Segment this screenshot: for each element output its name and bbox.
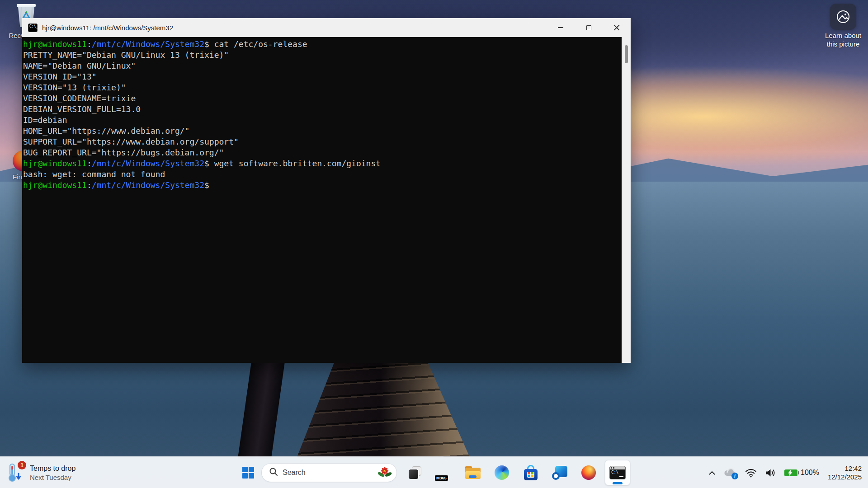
terminal-line: SUPPORT_URL="https://www.debian.org/supp… bbox=[23, 136, 621, 147]
terminal-line: hjr@windows11:/mnt/c/Windows/System32$ w… bbox=[23, 158, 621, 169]
taskbar-app-terminal-active[interactable]: C:\ bbox=[605, 460, 630, 485]
terminal-line: VERSION="13 (trixie)" bbox=[23, 82, 621, 93]
weather-badge: 1 bbox=[18, 461, 26, 469]
battery-percent: 100% bbox=[801, 469, 819, 477]
clock-date: 12/12/2025 bbox=[828, 473, 862, 481]
weather-headline: Temps to drop bbox=[30, 464, 75, 473]
tray-battery[interactable]: 100% bbox=[781, 463, 822, 483]
taskbar-app-task-view[interactable] bbox=[402, 460, 428, 485]
tray-volume[interactable] bbox=[762, 463, 779, 483]
taskbar-app-copilot-m365[interactable]: M365 bbox=[431, 460, 457, 485]
desktop-icon-learn-about-picture[interactable]: Learn about this picture bbox=[816, 4, 868, 48]
terminal-line: VERSION_CODENAME=trixie bbox=[23, 93, 621, 104]
wifi-icon bbox=[745, 468, 757, 478]
terminal-line: hjr@windows11:/mnt/c/Windows/System32$ bbox=[23, 180, 621, 191]
minimize-button[interactable] bbox=[547, 18, 575, 37]
search-icon bbox=[269, 467, 278, 478]
learn-about-label: Learn about this picture bbox=[825, 31, 861, 48]
terminal-line: DEBIAN_VERSION_FULL=13.0 bbox=[23, 104, 621, 115]
picture-icon bbox=[830, 4, 856, 30]
speaker-icon bbox=[765, 468, 776, 478]
search-input[interactable] bbox=[283, 469, 377, 477]
terminal-line: BUG_REPORT_URL="https://bugs.debian.org/… bbox=[23, 147, 621, 158]
terminal-scrollbar-thumb[interactable] bbox=[625, 45, 628, 63]
close-icon bbox=[613, 24, 620, 31]
taskbar-app-outlook[interactable] bbox=[547, 460, 572, 485]
tray-onedrive[interactable]: i bbox=[720, 463, 740, 483]
weather-widget[interactable]: 1 Temps to drop Next Tuesday bbox=[6, 457, 75, 488]
tray-wifi[interactable] bbox=[742, 463, 760, 483]
terminal-content[interactable]: hjr@windows11:/mnt/c/Windows/System32$ c… bbox=[22, 37, 631, 363]
weather-subtext: Next Tuesday bbox=[30, 473, 75, 482]
thermometer-icon: 1 bbox=[6, 463, 25, 483]
microsoft-store-icon bbox=[524, 465, 538, 480]
tray-clock[interactable]: 12:42 12/12/2025 bbox=[824, 464, 862, 481]
onedrive-info-badge: i bbox=[731, 473, 738, 479]
taskbar-app-edge[interactable] bbox=[489, 460, 514, 485]
outlook-icon bbox=[552, 466, 567, 480]
close-button[interactable] bbox=[603, 18, 631, 37]
file-explorer-icon bbox=[465, 466, 481, 479]
start-button[interactable] bbox=[238, 460, 259, 485]
terminal-line: bash: wget: command not found bbox=[23, 169, 621, 180]
edge-icon bbox=[495, 465, 509, 480]
poinsettia-icon bbox=[377, 465, 392, 480]
m365-badge: M365 bbox=[435, 475, 448, 481]
task-view-icon bbox=[409, 466, 421, 479]
window-title: hjr@windows11: /mnt/c/Windows/System32 bbox=[42, 24, 173, 32]
windows-logo-icon bbox=[242, 467, 254, 479]
terminal-line: PRETTY_NAME="Debian GNU/Linux 13 (trixie… bbox=[23, 50, 621, 61]
desktop: Recycle Bin Firefox Learn about this pic… bbox=[0, 0, 868, 488]
tray-chevron-up[interactable] bbox=[706, 463, 718, 483]
terminal-line: NAME="Debian GNU/Linux" bbox=[23, 61, 621, 71]
terminal-lines: hjr@windows11:/mnt/c/Windows/System32$ c… bbox=[23, 39, 621, 363]
maximize-button[interactable] bbox=[575, 18, 603, 37]
terminal-icon: C:\ bbox=[609, 466, 626, 479]
copilot-m365-icon: M365 bbox=[437, 465, 451, 480]
terminal-line: HOME_URL="https://www.debian.org/" bbox=[23, 126, 621, 136]
active-app-indicator bbox=[613, 482, 623, 484]
terminal-line: ID=debian bbox=[23, 115, 621, 126]
taskbar: 1 Temps to drop Next Tuesday bbox=[0, 456, 868, 488]
terminal-titlebar[interactable]: C:\_ hjr@windows11: /mnt/c/Windows/Syste… bbox=[22, 18, 631, 37]
terminal-window: C:\_ hjr@windows11: /mnt/c/Windows/Syste… bbox=[22, 18, 631, 363]
minimize-icon bbox=[558, 27, 563, 28]
search-box[interactable] bbox=[261, 463, 397, 482]
clock-time: 12:42 bbox=[828, 464, 862, 473]
taskbar-app-microsoft-store[interactable] bbox=[518, 460, 543, 485]
terminal-scrollbar-track bbox=[622, 37, 631, 363]
console-icon: C:\_ bbox=[28, 23, 38, 32]
taskbar-app-firefox[interactable] bbox=[576, 460, 601, 485]
chevron-up-icon bbox=[709, 471, 715, 475]
terminal-line: hjr@windows11:/mnt/c/Windows/System32$ c… bbox=[23, 39, 621, 50]
maximize-icon bbox=[586, 25, 591, 30]
firefox-taskbar-icon bbox=[581, 465, 596, 480]
terminal-line: VERSION_ID="13" bbox=[23, 71, 621, 82]
battery-icon bbox=[784, 469, 797, 476]
taskbar-app-file-explorer[interactable] bbox=[460, 460, 486, 485]
